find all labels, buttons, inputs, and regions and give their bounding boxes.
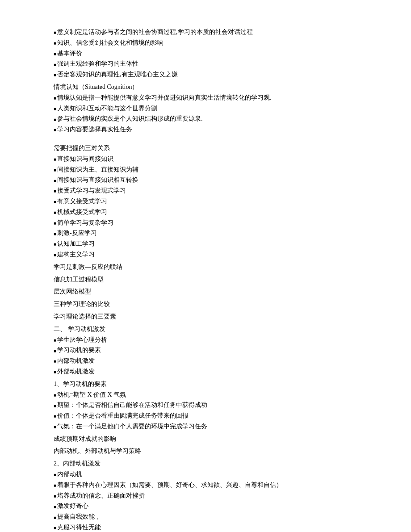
section-heading: 情境认知（Situated Cognition） xyxy=(54,82,375,92)
section-heading: 1、学习动机的要素 xyxy=(54,379,375,390)
bullet-item: 外部动机激发 xyxy=(54,366,375,377)
bullet-item: 意义制定是活动参与者之间的社会协商过程,学习的本质的社会对话过程 xyxy=(54,27,375,38)
section-heading: 信息加工过程模型 xyxy=(54,274,375,285)
bullet-item: 人类知识和互动不能与这个世界分割 xyxy=(54,103,375,114)
bullet-item: 气氛：在一个满足他们个人需要的环境中完成学习任务 xyxy=(54,421,375,432)
bullet-item: 激发好奇心 xyxy=(54,501,375,511)
section-heading: 2、内部动机激发 xyxy=(54,458,375,469)
bullet-item: 认知加工学习 xyxy=(54,239,375,249)
bullet-item: 期望：个体是否相信自己能够在活动和任务中获得成功 xyxy=(54,400,375,411)
bullet-item: 建构主义学习 xyxy=(54,249,375,260)
bullet-item: 参与社会情境的实践是个人知识结构形成的重要源泉. xyxy=(54,113,375,124)
bullet-item: 学习内容要选择真实性任务 xyxy=(54,124,375,135)
bullet-item: 学习动机的要素 xyxy=(54,345,375,356)
section-heading: 成绩预期对成就的影响 xyxy=(54,434,375,444)
bullet-item: 间接知识与直接知识相互转换 xyxy=(54,175,375,185)
bullet-item: 情境认知是指一种能提供有意义学习并促进知识向真实生活情境转化的学习观. xyxy=(54,92,375,103)
bullet-item: 动机=期望 X 价值 X 气氛 xyxy=(54,390,375,400)
section-heading: 三种学习理论的比较 xyxy=(54,299,375,310)
bullet-item: 接受式学习与发现式学习 xyxy=(54,185,375,196)
bullet-item: 克服习得性无能 xyxy=(54,522,375,532)
bullet-item: 简单学习与复杂学习 xyxy=(54,218,375,228)
bullet-item: 提高自我效能， xyxy=(54,511,375,522)
bullet-item: 间接知识为主、直接知识为辅 xyxy=(54,164,375,175)
main-content: 意义制定是活动参与者之间的社会协商过程,学习的本质的社会对话过程知识、信念受到社… xyxy=(54,27,375,532)
section-heading: 学习是刺激—反应的联结 xyxy=(54,262,375,272)
bullet-item: 机械式接受式学习 xyxy=(54,207,375,218)
bullet-item: 强调主观经验和学习的主体性 xyxy=(54,59,375,69)
bullet-item: 有意义接受式学习 xyxy=(54,196,375,207)
bullet-item: 基本评价 xyxy=(54,48,375,59)
bullet-item: 学生厌学心理分析 xyxy=(54,335,375,345)
section-heading: 层次网络模型 xyxy=(54,286,375,297)
blank-line xyxy=(54,135,375,141)
bullet-item: 内部动机 xyxy=(54,469,375,480)
section-heading: 二、 学习动机激发 xyxy=(54,324,375,335)
bullet-item: 否定客观知识的真理性,有主观唯心主义之嫌 xyxy=(54,69,375,80)
bullet-item: 价值：个体是否看重由圆满完成任务带来的回报 xyxy=(54,411,375,421)
bullet-item: 知识、信念受到社会文化和情境的影响 xyxy=(54,38,375,48)
bullet-item: 培养成功的信念、正确面对挫折 xyxy=(54,490,375,501)
bullet-item: 刺激-反应学习 xyxy=(54,228,375,239)
section-heading: 学习理论选择的三要素 xyxy=(54,311,375,322)
bullet-item: 内部动机激发 xyxy=(54,356,375,366)
section-heading: 内部动机、外部动机与学习策略 xyxy=(54,446,375,457)
bullet-item: 着眼于各种内在心理因素（如需要、预期、好奇心、求知欲、兴趣、自尊和自信） xyxy=(54,480,375,490)
bullet-item: 直接知识与间接知识 xyxy=(54,154,375,164)
section-heading: 需要把握的三对关系 xyxy=(54,143,375,154)
